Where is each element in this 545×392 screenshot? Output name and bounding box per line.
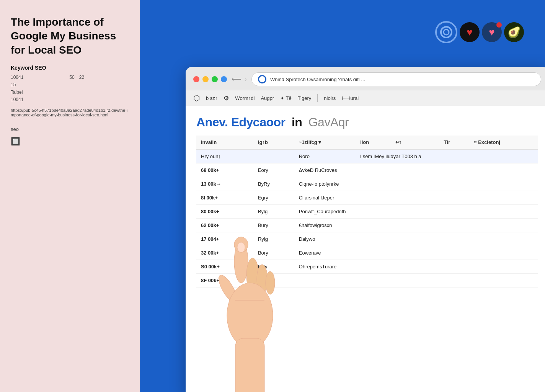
table-row: 80 00k+ Bylg Ponw□_Caurapednth	[196, 205, 538, 219]
url-bar[interactable]: Wnind Sprotech Ovsamroning ?rnats αitl .…	[251, 72, 541, 86]
notification-dot	[496, 22, 502, 28]
heart-icon: ♥	[460, 22, 480, 42]
tag-label: seo	[11, 126, 129, 132]
forward-icon[interactable]: ›	[245, 75, 247, 83]
browser-window: ⟵ › Wnind Sprotech Ovsamroning ?rnats αi…	[186, 67, 545, 392]
col-excie[interactable]: ≈ Excietonj	[469, 136, 538, 149]
diff-7: Bory	[253, 246, 294, 260]
diff-8: Nilly	[253, 260, 294, 274]
vol-7: 32 00k+	[196, 246, 253, 260]
diff-1: Eory	[253, 163, 294, 177]
toolbar-separator	[317, 94, 318, 102]
extra-button[interactable]	[221, 76, 227, 82]
kw-3: Cllarsinal lJeper	[294, 191, 538, 205]
vol-5: 62 00k+	[196, 219, 253, 232]
table-row: 17 004+ Rylg Dalywo	[196, 232, 538, 246]
col-empty	[421, 136, 439, 149]
kw-9	[294, 274, 538, 287]
browser-nav: ⟵ ›	[232, 75, 247, 83]
diff-4: Bylg	[253, 205, 294, 219]
keyword-label: Keyword SEO	[11, 65, 129, 71]
table-row: S0 00k+ Nilly OhrepemsTurare	[196, 260, 538, 274]
vol-4: 80 00k+	[196, 205, 253, 219]
page-title: The Importance of Google My Business for…	[11, 15, 129, 57]
heart2-icon: ♥	[482, 22, 502, 42]
table-row: 8F 00k+	[196, 274, 538, 287]
url-text: Wnind Sprotech Ovsamroning ?rnats αitl .…	[270, 77, 365, 82]
app-content: Anev. Edycaoor in GavAqr Invalin lg↑b ~1…	[186, 106, 545, 392]
table-header-row: Invalin lg↑b ~1zlifcg ▾ lion ↩↑ Tlr ≈ Ex…	[196, 136, 538, 149]
diff-2: ByRy	[253, 177, 294, 191]
table-row: 62 00k+ Bury €halfowigrosxn	[196, 219, 538, 232]
heading-sub: GavAqr	[308, 115, 349, 129]
meta-info: 10041 50 22 15 Taipei 10041	[11, 74, 129, 103]
data-table: Invalin lg↑b ~1zlifcg ▾ lion ↩↑ Tlr ≈ Ex…	[196, 136, 538, 287]
toolbar-nloirs[interactable]: nloirs	[324, 95, 336, 101]
tag-icon: 🔲	[11, 137, 129, 146]
main-area: ♥ ♥ 🥑 ⟵ › Wnind Sprotech Ovsa	[140, 0, 545, 392]
avocado-icon: 🥑	[504, 22, 524, 42]
col-arrow[interactable]: ↩↑	[391, 136, 422, 149]
toolbar-worm[interactable]: Worm↑di	[235, 95, 255, 101]
back-icon[interactable]: ⟵	[232, 75, 241, 83]
kw-8: OhrepemsTurare	[294, 260, 538, 274]
col-tlr[interactable]: Tlr	[439, 136, 470, 149]
col-invalin[interactable]: Invalin	[196, 136, 253, 149]
table-row: 68 00k+ Eory ΔvkeD RuCroves	[196, 163, 538, 177]
table-row: 8l 00k+ Egry Cllarsinal lJeper	[196, 191, 538, 205]
col-lion[interactable]: lion	[356, 136, 390, 149]
table-row: 32 00k+ Bory Eowerave	[196, 246, 538, 260]
col-lgtb[interactable]: lg↑b	[253, 136, 294, 149]
kw-4: Ponw□_Caurapednth	[294, 205, 538, 219]
vol-6: 17 004+	[196, 232, 253, 246]
traffic-lights	[193, 76, 227, 82]
kw-6: Dalywo	[294, 232, 538, 246]
url-secure-icon	[258, 75, 266, 83]
app-heading: Anev. Edycaoor in GavAqr	[196, 115, 538, 129]
vol-1: 68 00k+	[196, 163, 253, 177]
page-url[interactable]: https://pub-5c454f571b8e40a3a2aad27ade84…	[11, 108, 129, 117]
subh-col1: Hry oun↑	[196, 149, 294, 163]
toolbar-augpr[interactable]: Augpr	[261, 95, 274, 101]
heading-blue: Anev. Edycaoor	[196, 115, 285, 129]
sidebar: The Importance of Google My Business for…	[0, 0, 140, 392]
top-icons: ♥ ♥ 🥑	[435, 21, 524, 43]
toolbar-icon1[interactable]: ⬡	[193, 93, 200, 103]
toolbar-icon2[interactable]: ⚙	[224, 95, 229, 102]
toolbar-te[interactable]: ✦ Tē	[280, 95, 292, 101]
table-row: 13 00k→ ByRy Clqne-lo ptolynrke	[196, 177, 538, 191]
heading-black: in	[292, 115, 302, 129]
svg-point-0	[441, 27, 452, 38]
outline-circle-icon	[435, 21, 457, 43]
close-button[interactable]	[193, 76, 199, 82]
browser-chrome: ⟵ › Wnind Sprotech Ovsamroning ?rnats αi…	[186, 67, 545, 90]
app-toolbar: ⬡ b sz↑ ⚙ Worm↑di Augpr ✦ Tē Tigery nlo	[186, 90, 545, 106]
table-subheader: Hry oun↑ Roro l sem IMey iludyar T003 b …	[196, 149, 538, 163]
vol-2: 13 00k→	[196, 177, 253, 191]
kw-5: €halfowigrosxn	[294, 219, 538, 232]
kw-2: Clqne-lo ptolynrke	[294, 177, 538, 191]
subh-col2: Roro	[294, 149, 356, 163]
maximize-button[interactable]	[212, 76, 218, 82]
toolbar-tiger[interactable]: Tigery	[298, 95, 312, 101]
vol-9: 8F 00k+	[196, 274, 253, 287]
col-lifcg[interactable]: ~1zlifcg ▾	[294, 136, 356, 149]
vol-8: S0 00k+	[196, 260, 253, 274]
diff-9	[253, 274, 294, 287]
vol-3: 8l 00k+	[196, 191, 253, 205]
kw-1: ΔvkeD RuCroves	[294, 163, 538, 177]
kw-7: Eowerave	[294, 246, 538, 260]
diff-3: Egry	[253, 191, 294, 205]
diff-5: Bury	[253, 219, 294, 232]
subh-col3: l sem IMey iludyar T003 b a	[356, 149, 538, 163]
toolbar-aural[interactable]: ⊢⊣ural	[342, 95, 359, 101]
minimize-button[interactable]	[202, 76, 209, 82]
toolbar-item1[interactable]: b sz↑	[206, 95, 217, 101]
diff-6: Rylg	[253, 232, 294, 246]
svg-point-1	[444, 29, 449, 35]
